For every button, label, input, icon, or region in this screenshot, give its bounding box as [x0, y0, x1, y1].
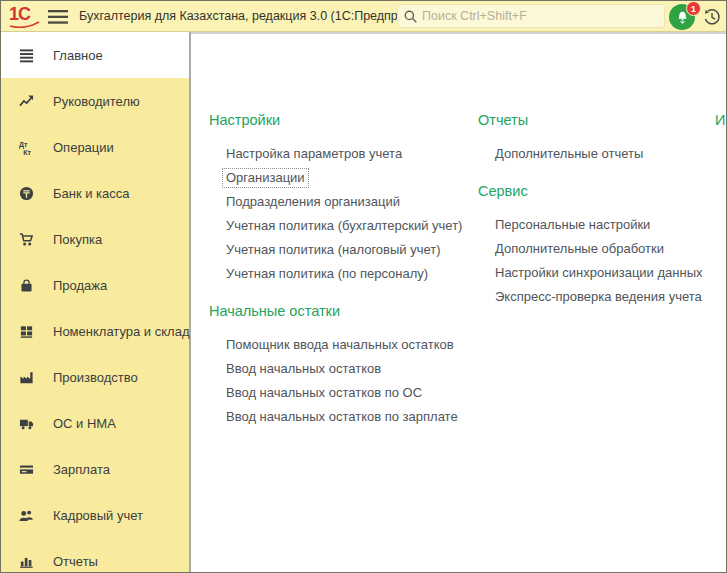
tenge-coin-icon	[19, 185, 34, 201]
sidebar-item-zarplata[interactable]: Зарплата	[1, 446, 189, 492]
card-icon	[19, 461, 34, 477]
function-link[interactable]: Ввод начальных остатков	[209, 356, 469, 380]
function-link[interactable]: Учетная политика (налоговый учет)	[209, 237, 469, 261]
section-header: Настройки	[209, 111, 469, 131]
sidebar-item-otchety[interactable]: Отчеты	[1, 538, 189, 573]
function-link[interactable]: Помощник ввода начальных остатков	[209, 332, 469, 356]
global-search[interactable]	[397, 4, 665, 28]
truck-icon	[19, 415, 34, 431]
sidebar: ГлавноеРуководителюДтКтОперацииБанк и ка…	[1, 32, 191, 572]
function-link-label: Помощник ввода начальных остатков	[226, 337, 454, 353]
function-link-label: Персональные настройки	[495, 217, 650, 233]
1c-logo-swoosh	[9, 20, 41, 28]
function-link[interactable]: Организации	[209, 165, 469, 189]
sidebar-item-rukovoditelyu[interactable]: Руководителю	[1, 78, 189, 124]
function-column: ОтчетыДополнительные отчетыСервисПерсона…	[478, 111, 708, 308]
function-link-label: Подразделения организаций	[226, 194, 400, 210]
sidebar-item-label: Продажа	[53, 278, 107, 293]
notifications-button[interactable]: 1	[669, 4, 695, 30]
history-clock-icon	[702, 7, 722, 27]
search-input[interactable]	[422, 9, 664, 23]
section-header: Отчеты	[478, 111, 708, 131]
top-bar: 1С Бухгалтерия для Казахстана, редакция …	[1, 1, 726, 32]
sidebar-item-proizvodstvo[interactable]: Производство	[1, 354, 189, 400]
function-link-label: Ввод начальных остатков по зарплате	[226, 409, 458, 425]
function-column: НастройкиНастройка параметров учетаОрган…	[209, 111, 469, 428]
sidebar-item-label: Отчеты	[53, 554, 98, 569]
function-link-label: Ввод начальных остатков по ОС	[226, 385, 422, 401]
section-header: Сервис	[478, 182, 708, 202]
sidebar-item-pokupka[interactable]: Покупка	[1, 216, 189, 262]
sidebar-item-label: Банк и касса	[53, 186, 130, 201]
sidebar-item-os-i-nma[interactable]: ОС и НМА	[1, 400, 189, 446]
function-panel: НастройкиНастройка параметров учетаОрган…	[191, 32, 726, 572]
dt-kt-icon: ДтКт	[19, 139, 34, 155]
history-button[interactable]	[702, 7, 722, 27]
sidebar-item-glavnoe[interactable]: Главное	[1, 32, 189, 78]
sidebar-item-label: Зарплата	[53, 462, 110, 477]
function-column: И	[715, 111, 726, 141]
1c-logo: 1С	[9, 5, 43, 29]
main-area: ГлавноеРуководителюДтКтОперацииБанк и ка…	[1, 32, 726, 572]
grid-boxes-icon	[19, 323, 34, 339]
function-link-label: Дополнительные отчеты	[495, 146, 643, 162]
function-link[interactable]: Ввод начальных остатков по зарплате	[209, 404, 469, 428]
function-link[interactable]: Ввод начальных остатков по ОС	[209, 380, 469, 404]
sidebar-item-operacii[interactable]: ДтКтОперации	[1, 124, 189, 170]
function-link[interactable]: Настройка параметров учета	[209, 141, 469, 165]
svg-text:Дт: Дт	[19, 140, 28, 148]
function-link-label: Ввод начальных остатков	[226, 361, 381, 377]
function-link-label: Учетная политика (налоговый учет)	[226, 242, 441, 258]
notification-badge: 1	[686, 1, 701, 16]
sidebar-item-label: Руководителю	[53, 94, 140, 109]
sidebar-item-prodazha[interactable]: Продажа	[1, 262, 189, 308]
function-link[interactable]: Учетная политика (бухгалтерский учет)	[209, 213, 469, 237]
sidebar-item-label: Кадровый учет	[53, 508, 143, 523]
people-icon	[19, 507, 34, 523]
function-link[interactable]: Дополнительные обработки	[478, 236, 708, 260]
sidebar-item-bank-i-kassa[interactable]: Банк и касса	[1, 170, 189, 216]
sidebar-item-label: Покупка	[53, 232, 102, 247]
function-link-label: Учетная политика (бухгалтерский учет)	[226, 218, 462, 234]
section-header: И	[715, 111, 726, 131]
function-link-label: Учетная политика (по персоналу)	[226, 266, 428, 282]
window-title: Бухгалтерия для Казахстана, редакция 3.0…	[79, 1, 435, 31]
function-link-label: Дополнительные обработки	[495, 241, 664, 257]
svg-text:Кт: Кт	[23, 148, 31, 154]
bar-chart-icon	[19, 553, 34, 569]
function-link[interactable]: Учетная политика (по персоналу)	[209, 261, 469, 285]
section-header: Начальные остатки	[209, 302, 469, 322]
bag-icon	[19, 277, 34, 293]
sidebar-item-label: Операции	[53, 140, 114, 155]
factory-icon	[19, 369, 34, 385]
sidebar-item-label: Номенклатура и склад	[53, 324, 189, 339]
app-window: 1С Бухгалтерия для Казахстана, редакция …	[0, 0, 727, 573]
function-link[interactable]: Персональные настройки	[478, 212, 708, 236]
function-link-label: Настройки синхронизации данных	[495, 265, 703, 281]
sidebar-item-label: Производство	[53, 370, 138, 385]
sidebar-item-label: Главное	[53, 48, 103, 63]
search-icon	[403, 9, 418, 24]
function-link[interactable]: Дополнительные отчеты	[478, 141, 708, 165]
function-link-label: Настройка параметров учета	[226, 146, 402, 162]
sidebar-item-kadrovyi-uchet[interactable]: Кадровый учет	[1, 492, 189, 538]
function-link[interactable]: Настройки синхронизации данных	[478, 260, 708, 284]
trend-chart-icon	[19, 93, 34, 109]
function-link-label: Организации	[222, 168, 309, 188]
sidebar-item-label: ОС и НМА	[53, 416, 116, 431]
function-link[interactable]: Подразделения организаций	[209, 189, 469, 213]
menu-lines-icon	[19, 47, 34, 63]
cart-icon	[19, 231, 34, 247]
function-link-label: Экспресс-проверка ведения учета	[495, 289, 702, 305]
function-link[interactable]: Экспресс-проверка ведения учета	[478, 284, 708, 308]
main-menu-icon[interactable]	[48, 10, 68, 24]
sidebar-item-nomenklatura-i-sklad[interactable]: Номенклатура и склад	[1, 308, 189, 354]
